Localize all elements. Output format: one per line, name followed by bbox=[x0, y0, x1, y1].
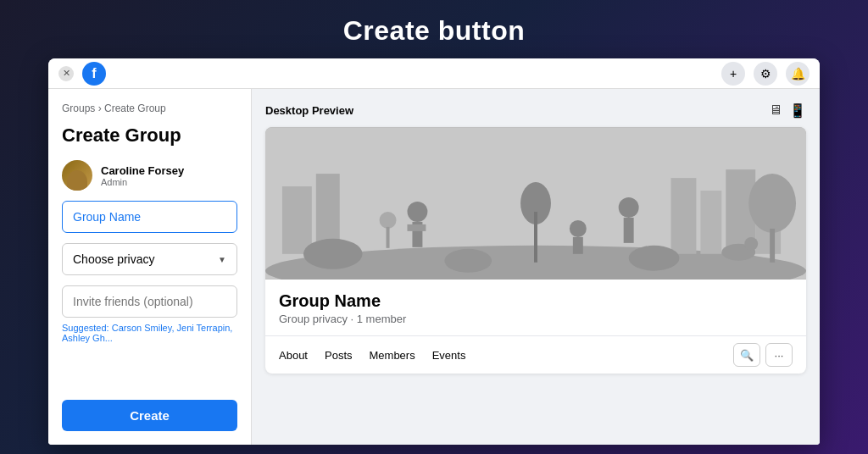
svg-rect-9 bbox=[534, 212, 537, 263]
admin-role: Admin bbox=[101, 177, 184, 187]
more-button[interactable]: ··· bbox=[765, 343, 793, 367]
svg-rect-14 bbox=[387, 227, 390, 248]
tab-members[interactable]: Members bbox=[370, 349, 415, 362]
svg-rect-6 bbox=[282, 186, 312, 254]
group-name-preview: Group Name bbox=[279, 291, 793, 311]
desktop-icon[interactable]: 🖥 bbox=[769, 102, 782, 119]
close-button[interactable]: ✕ bbox=[58, 66, 74, 81]
svg-point-23 bbox=[303, 239, 363, 269]
svg-point-18 bbox=[744, 237, 758, 251]
facebook-logo: f bbox=[82, 62, 106, 86]
svg-rect-16 bbox=[624, 218, 634, 243]
svg-point-15 bbox=[619, 197, 639, 218]
svg-point-24 bbox=[444, 249, 492, 273]
admin-row: Caroline Forsey Admin bbox=[62, 160, 237, 191]
page-title: Create Group bbox=[62, 125, 237, 147]
tab-about[interactable]: About bbox=[279, 349, 308, 362]
svg-point-13 bbox=[380, 212, 397, 229]
svg-point-19 bbox=[570, 220, 587, 237]
group-name-input[interactable] bbox=[62, 201, 237, 233]
tab-posts[interactable]: Posts bbox=[325, 349, 353, 362]
svg-point-10 bbox=[407, 202, 427, 222]
tabs-right-actions: 🔍 ··· bbox=[733, 343, 793, 367]
preview-label: Desktop Preview bbox=[265, 104, 353, 117]
cover-image bbox=[265, 127, 806, 280]
right-panel: Desktop Preview 🖥 📱 bbox=[252, 89, 820, 445]
plus-icon[interactable]: + bbox=[721, 62, 745, 86]
svg-rect-12 bbox=[407, 224, 426, 231]
svg-rect-22 bbox=[770, 229, 775, 263]
breadcrumb: Groups › Create Group bbox=[62, 102, 237, 114]
browser-topbar: ✕ f + ⚙ 🔔 bbox=[48, 58, 820, 89]
mobile-icon[interactable]: 📱 bbox=[789, 102, 806, 119]
svg-rect-20 bbox=[573, 237, 583, 254]
group-info: Group Name Group privacy · 1 member bbox=[265, 280, 806, 325]
svg-point-21 bbox=[748, 174, 796, 233]
browser-content: Groups › Create Group Create Group Carol… bbox=[48, 89, 820, 445]
chevron-down-icon: ▼ bbox=[218, 255, 226, 264]
admin-name: Caroline Forsey bbox=[101, 164, 184, 177]
search-button[interactable]: 🔍 bbox=[733, 343, 760, 367]
svg-rect-2 bbox=[671, 178, 697, 254]
group-meta: Group privacy · 1 member bbox=[279, 313, 793, 325]
admin-info: Caroline Forsey Admin bbox=[101, 164, 184, 187]
privacy-label: Choose privacy bbox=[73, 252, 155, 266]
preview-icons: 🖥 📱 bbox=[769, 102, 806, 119]
gear-icon[interactable]: ⚙ bbox=[754, 62, 777, 86]
preview-header: Desktop Preview 🖥 📱 bbox=[265, 102, 806, 119]
page-headline: Create button bbox=[343, 15, 526, 47]
left-panel: Groups › Create Group Create Group Carol… bbox=[48, 89, 252, 445]
svg-point-25 bbox=[629, 246, 680, 271]
tab-events[interactable]: Events bbox=[432, 349, 466, 362]
bell-icon[interactable]: 🔔 bbox=[786, 62, 810, 86]
invite-friends-input[interactable] bbox=[62, 285, 237, 318]
avatar bbox=[62, 160, 92, 191]
browser-action-icons: + ⚙ 🔔 bbox=[721, 62, 810, 86]
privacy-select[interactable]: Choose privacy ▼ bbox=[62, 243, 237, 275]
svg-rect-3 bbox=[700, 191, 721, 254]
suggestions-text: Suggested: Carson Smiley, Jeni Terrapin,… bbox=[62, 323, 237, 343]
preview-card: Group Name Group privacy · 1 member Abou… bbox=[265, 127, 806, 374]
create-button[interactable]: Create bbox=[62, 400, 237, 431]
group-tabs: About Posts Members Events 🔍 ··· bbox=[265, 335, 806, 374]
browser-window: ✕ f + ⚙ 🔔 Groups › Create Group Create G… bbox=[48, 58, 820, 445]
